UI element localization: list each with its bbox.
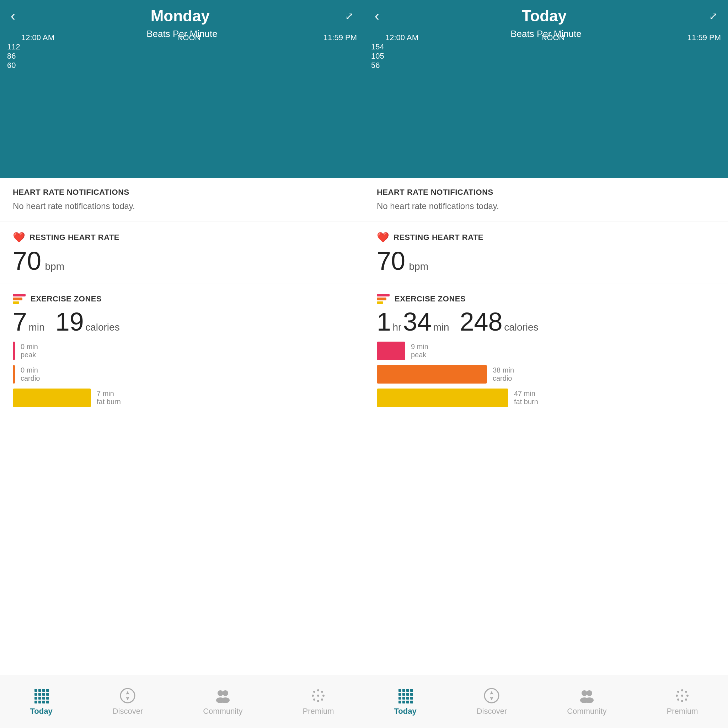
nav-premium-right[interactable]: Premium [667, 687, 698, 716]
monday-chart-container: ‹ Monday ⤢ Beats Per Minute 112 86 60 12… [0, 0, 364, 178]
monday-y-max: 112 [7, 42, 20, 52]
nav-premium-label-left: Premium [303, 707, 334, 716]
premium-icon-right [674, 687, 690, 704]
today-duration-hr: 1 [377, 307, 391, 336]
monday-peak-bar [13, 342, 15, 360]
nav-discover-left[interactable]: Discover [113, 687, 143, 716]
monday-heart-icon: ❤️ [13, 231, 25, 243]
today-fatburn-row: 47 min fat burn [377, 388, 715, 407]
nav-today-left[interactable]: Today [30, 687, 53, 716]
svg-marker-18 [126, 697, 129, 700]
today-notifications-title: HEART RATE NOTIFICATIONS [377, 188, 715, 197]
monday-notifications-section: HEART RATE NOTIFICATIONS No heart rate n… [0, 178, 364, 222]
svg-point-28 [313, 691, 315, 693]
today-peak-info: 9 min peak [411, 343, 428, 359]
monday-duration-num: 7 [13, 307, 27, 336]
monday-fatburn-sublabel: fat burn [97, 398, 121, 406]
today-resting-title: RESTING HEART RATE [393, 233, 483, 242]
monday-peak-row: 0 min peak [13, 342, 351, 360]
svg-rect-41 [402, 697, 405, 700]
svg-point-25 [317, 700, 319, 702]
nav-premium-left[interactable]: Premium [303, 687, 334, 716]
monday-exercise-stats: 7 min 19 calories [13, 309, 351, 335]
premium-icon-left [310, 687, 326, 704]
svg-marker-50 [490, 697, 493, 700]
monday-notifications-message: No heart rate notifications today. [13, 201, 351, 211]
svg-point-23 [317, 694, 319, 697]
today-exercise-stats: 1 hr 34 min 248 calories [377, 309, 715, 335]
monday-peak-sublabel: peak [21, 351, 38, 359]
monday-bottom-nav: Today Discover Community [0, 674, 364, 728]
svg-point-56 [681, 689, 683, 691]
today-time-noon: NOON [541, 33, 564, 42]
today-cardio-label: 38 min [492, 366, 514, 374]
nav-today-label-right: Today [394, 707, 417, 716]
svg-rect-37 [402, 693, 405, 696]
svg-rect-38 [406, 693, 409, 696]
monday-zone-icon-cardio [13, 298, 22, 300]
svg-rect-4 [35, 693, 37, 696]
today-title: Today [379, 7, 709, 25]
monday-back-button[interactable]: ‹ [11, 9, 15, 24]
today-y-mid: 105 [371, 52, 384, 61]
monday-cardio-label: 0 min [21, 366, 40, 374]
monday-notifications-title: HEART RATE NOTIFICATIONS [13, 188, 351, 197]
today-icon-left [33, 687, 49, 704]
today-notifications-section: HEART RATE NOTIFICATIONS No heart rate n… [364, 178, 728, 222]
today-calories-num: 248 [460, 307, 503, 336]
monday-panel: ‹ Monday ⤢ Beats Per Minute 112 86 60 12… [0, 0, 364, 728]
monday-time-labels: 12:00 AM NOON 11:59 PM [21, 33, 357, 42]
today-fatburn-sublabel: fat burn [514, 398, 538, 406]
today-duration-num: 34 [403, 307, 431, 336]
today-peak-label: 9 min [411, 343, 428, 351]
nav-community-right[interactable]: Community [567, 687, 606, 716]
svg-rect-12 [35, 700, 37, 704]
svg-rect-46 [406, 700, 409, 704]
svg-point-20 [223, 690, 228, 696]
svg-point-26 [312, 694, 314, 697]
monday-zone-icon [13, 294, 26, 304]
svg-rect-39 [410, 693, 413, 696]
nav-premium-label-right: Premium [667, 707, 698, 716]
svg-point-54 [585, 697, 593, 703]
monday-resting-unit: bpm [45, 261, 64, 272]
svg-rect-13 [38, 700, 41, 704]
today-exercise-header: EXERCISE ZONES [377, 294, 715, 304]
nav-community-left[interactable]: Community [203, 687, 242, 716]
today-expand-button[interactable]: ⤢ [709, 10, 717, 22]
svg-point-60 [677, 691, 679, 693]
monday-zone-icon-fatburn [13, 301, 19, 304]
monday-cardio-bar [13, 365, 15, 384]
today-resting-value-row: 70 bpm [377, 248, 715, 274]
monday-duration-unit: min [29, 322, 45, 333]
svg-point-16 [121, 688, 135, 703]
svg-rect-6 [42, 693, 45, 696]
today-y-min: 56 [371, 61, 384, 70]
monday-title: Monday [15, 7, 345, 25]
today-exercise-title: EXERCISE ZONES [395, 294, 466, 304]
monday-peak-label: 0 min [21, 343, 38, 351]
nav-discover-right[interactable]: Discover [477, 687, 507, 716]
today-cardio-sublabel: cardio [492, 374, 514, 382]
svg-point-61 [685, 691, 687, 693]
discover-icon-right [483, 687, 500, 704]
svg-point-19 [217, 690, 223, 696]
nav-discover-label-left: Discover [113, 707, 143, 716]
today-resting-header: ❤️ RESTING HEART RATE [377, 231, 715, 243]
today-time-start: 12:00 AM [385, 33, 418, 42]
monday-expand-button[interactable]: ⤢ [345, 10, 353, 22]
today-zone-icon-fatburn [377, 301, 383, 304]
monday-exercise-title: EXERCISE ZONES [31, 294, 102, 304]
today-chart-header: ‹ Today ⤢ [364, 0, 728, 28]
nav-today-right[interactable]: Today [394, 687, 417, 716]
svg-rect-35 [410, 689, 413, 692]
monday-y-mid: 86 [7, 52, 20, 61]
svg-marker-49 [490, 691, 493, 694]
monday-time-start: 12:00 AM [21, 33, 54, 42]
today-back-button[interactable]: ‹ [375, 9, 379, 24]
monday-calories-num: 19 [55, 307, 84, 336]
today-chart-container: ‹ Today ⤢ Beats Per Minute 154 105 56 [364, 0, 728, 178]
monday-peak-info: 0 min peak [21, 343, 38, 359]
svg-point-30 [313, 699, 315, 700]
discover-icon-left [119, 687, 136, 704]
